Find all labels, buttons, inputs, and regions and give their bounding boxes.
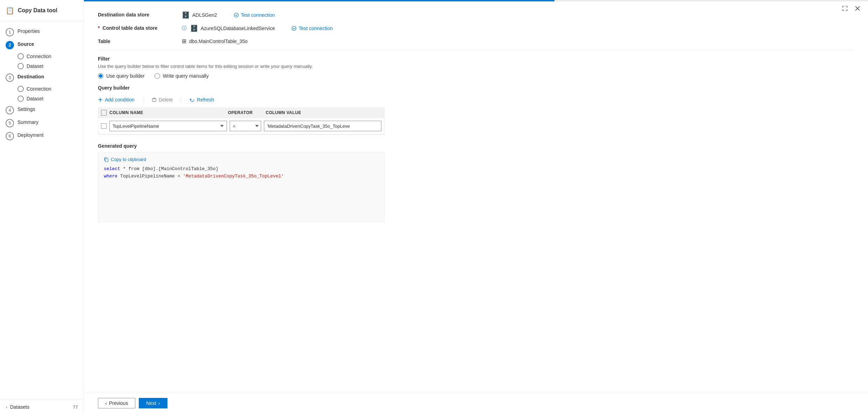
- radio-write-manually[interactable]: Write query manually: [155, 73, 209, 79]
- destination-label: Destination data store: [98, 11, 182, 17]
- sidebar-item-source-connection[interactable]: Connection: [17, 51, 84, 61]
- table-label: Table: [98, 38, 182, 44]
- table-value: ⊞ dbo.MainControlTable_35o: [182, 38, 854, 44]
- next-button[interactable]: Next ›: [139, 398, 167, 408]
- radio-use-query-builder[interactable]: Use query builder: [98, 73, 145, 79]
- generated-query-section: Generated query Copy to clipboard select…: [98, 143, 854, 222]
- source-dataset-label: Dataset: [27, 63, 43, 69]
- divider-1: [98, 50, 854, 50]
- step-label-1: Properties: [17, 28, 40, 34]
- svg-point-1: [292, 26, 296, 30]
- dest-connection-circle: [17, 86, 24, 92]
- delete-button[interactable]: Delete: [152, 96, 173, 104]
- radio-write-manually-label: Write query manually: [163, 73, 209, 79]
- main-panel: Destination data store 🗄️ ADLSGen2 Test …: [84, 0, 868, 414]
- sidebar-header: 📋 Copy Data tool: [0, 0, 84, 21]
- toolbar-divider-1: [143, 96, 143, 103]
- column-name-header: COLUMN NAME: [109, 110, 225, 115]
- destination-test-connection[interactable]: Test connection: [234, 12, 275, 18]
- copy-clipboard-label: Copy to clipboard: [111, 157, 146, 162]
- filter-title: Filter: [98, 56, 854, 62]
- operator-select[interactable]: = != > <: [230, 121, 261, 131]
- copy-to-clipboard-button[interactable]: Copy to clipboard: [104, 157, 146, 162]
- refresh-label: Refresh: [197, 97, 214, 103]
- column-value-header: COLUMN VALUE: [266, 110, 381, 115]
- step-label-5: Summary: [17, 119, 38, 125]
- destination-value: 🗄️ ADLSGen2 Test connection: [182, 11, 854, 19]
- table-name: dbo.MainControlTable_35o: [189, 38, 248, 44]
- control-table-test-label: Test connection: [299, 26, 332, 31]
- filter-radio-group: Use query builder Write query manually: [98, 73, 854, 79]
- control-table-store-name: AzureSQLDatabaseLinkedService: [201, 26, 275, 31]
- radio-query-builder-input[interactable]: [98, 73, 103, 79]
- delete-label: Delete: [159, 97, 173, 103]
- app-title: Copy Data tool: [18, 7, 57, 14]
- table-icon: ⊞: [182, 38, 186, 44]
- sidebar-item-dest-dataset[interactable]: Dataset: [17, 94, 84, 104]
- required-star: *: [98, 25, 100, 31]
- svg-point-0: [234, 13, 238, 17]
- qb-table-row: TopLevelPipelineName SourceObjectSetting…: [98, 118, 384, 134]
- control-table-test-connection[interactable]: Test connection: [292, 26, 332, 31]
- step-circle-4: 4: [6, 106, 14, 114]
- radio-write-manually-input[interactable]: [155, 73, 160, 79]
- datasets-count: 77: [73, 405, 78, 410]
- sidebar-item-properties[interactable]: 1 Properties: [0, 26, 84, 38]
- add-condition-label: Add condition: [105, 97, 135, 103]
- control-table-value: ⓘ 🗄️ AzureSQLDatabaseLinkedService Test …: [182, 24, 854, 32]
- query-from-clause: * from [dbo].[MainControlTable_35o]: [123, 166, 218, 171]
- expand-icon[interactable]: [840, 3, 850, 13]
- query-where-field: TopLevelPipelineName =: [120, 174, 183, 179]
- control-table-label: * Control table data store: [98, 24, 182, 31]
- query-string-value: 'MetadataDrivenCopyTask_35o_TopLevel': [183, 174, 284, 179]
- main-content-area: Destination data store 🗄️ ADLSGen2 Test …: [84, 1, 868, 392]
- sidebar-item-deployment[interactable]: 6 Deployment: [0, 129, 84, 142]
- sql-icon: 🗄️: [190, 24, 198, 32]
- sidebar-bottom-datasets[interactable]: › Datasets 77: [0, 400, 84, 414]
- sidebar-item-dest-connection[interactable]: Connection: [17, 84, 84, 94]
- step-label-6: Deployment: [17, 132, 44, 138]
- step-circle-1: 1: [6, 28, 14, 36]
- step-label-3: Destination: [17, 73, 44, 79]
- query-builder-table: COLUMN NAME OPERATOR COLUMN VALUE TopLev…: [98, 107, 385, 135]
- sidebar-item-source[interactable]: 2 Source: [0, 38, 84, 51]
- destination-store-name: ADLSGen2: [192, 12, 217, 18]
- step-circle-5: 5: [6, 119, 14, 127]
- step-label-4: Settings: [17, 106, 35, 112]
- header-checkbox[interactable]: [101, 110, 107, 115]
- app-icon: 📋: [6, 6, 14, 15]
- query-line-2: where TopLevelPipelineName = 'MetadataDr…: [104, 173, 379, 180]
- sidebar-bottom-label: Datasets: [10, 404, 29, 410]
- sidebar-nav: 1 Properties 2 Source Connection Dataset…: [0, 21, 84, 400]
- step-circle-2: 2: [6, 41, 14, 49]
- source-sub-items: Connection Dataset: [0, 51, 84, 71]
- dest-dataset-label: Dataset: [27, 96, 43, 101]
- source-connection-label: Connection: [27, 54, 51, 59]
- adls-icon: 🗄️: [182, 11, 189, 19]
- svg-rect-2: [152, 99, 156, 101]
- close-icon[interactable]: [853, 3, 862, 13]
- sidebar-item-source-dataset[interactable]: Dataset: [17, 61, 84, 71]
- destination-sub-items: Connection Dataset: [0, 84, 84, 104]
- where-keyword: where: [104, 174, 117, 179]
- sidebar-item-settings[interactable]: 4 Settings: [0, 104, 84, 117]
- generated-query-box: Copy to clipboard select * from [dbo].[M…: [98, 152, 385, 222]
- column-value-input[interactable]: [264, 121, 381, 131]
- previous-chevron: ‹: [105, 400, 107, 406]
- table-row: Table ⊞ dbo.MainControlTable_35o: [98, 38, 854, 44]
- footer: ‹ Previous Next ›: [84, 392, 868, 414]
- refresh-button[interactable]: Refresh: [190, 96, 214, 104]
- next-chevron: ›: [158, 400, 160, 406]
- row-checkbox[interactable]: [101, 123, 107, 129]
- add-condition-button[interactable]: Add condition: [98, 96, 135, 104]
- svg-rect-4: [105, 159, 108, 162]
- column-name-select[interactable]: TopLevelPipelineName SourceObjectSetting…: [109, 121, 227, 131]
- select-keyword: select: [104, 166, 120, 171]
- sidebar: 📋 Copy Data tool 1 Properties 2 Source C…: [0, 0, 84, 414]
- sidebar-item-summary[interactable]: 5 Summary: [0, 117, 84, 129]
- destination-test-label: Test connection: [241, 12, 275, 18]
- previous-label: Previous: [109, 400, 128, 406]
- previous-button[interactable]: ‹ Previous: [98, 398, 135, 408]
- step-circle-6: 6: [6, 132, 14, 140]
- sidebar-item-destination[interactable]: 3 Destination: [0, 71, 84, 84]
